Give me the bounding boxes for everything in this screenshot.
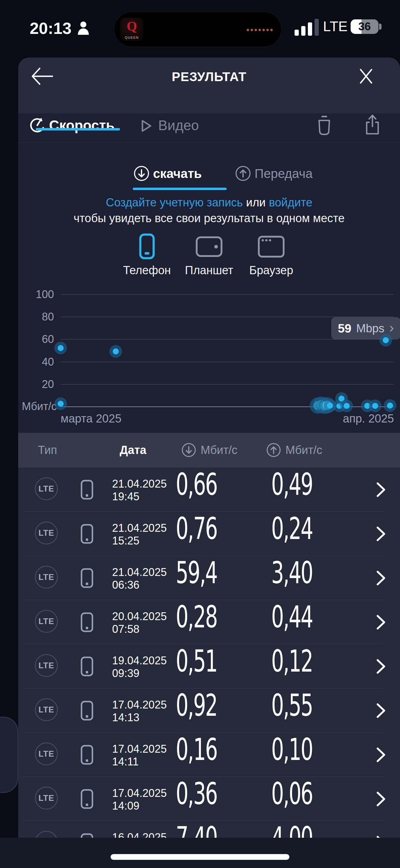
results-table-header: Тип Дата Мбит/с Мбит/с <box>18 433 400 468</box>
row-time: 14:11 <box>112 755 167 768</box>
results-table: LTE 21.04.2025 19:45 0,66 0,49 LTE 21.04… <box>18 468 400 865</box>
table-row[interactable]: LTE 21.04.2025 19:45 0,66 0,49 <box>18 468 400 512</box>
y-axis-tick-label: 40 <box>18 355 54 368</box>
result-point[interactable] <box>58 401 64 407</box>
upload-circle-icon <box>266 442 281 458</box>
network-type-badge: LTE <box>35 566 58 589</box>
row-upload-value: 0,06 <box>271 776 312 811</box>
speed-chart[interactable]: Мбит/с марта 2025 апр. 2025 59 Mbps › 20… <box>18 58 400 433</box>
y-axis-tick-label: 60 <box>18 333 54 346</box>
row-download-value: 0,76 <box>176 511 217 546</box>
row-date: 17.04.2025 <box>112 699 167 711</box>
result-point[interactable] <box>387 403 393 409</box>
album-art: Q QUEEN <box>120 18 143 41</box>
network-type-label: LTE <box>38 528 54 538</box>
battery-percent: 36 <box>351 19 378 34</box>
album-initial: Q <box>120 19 143 34</box>
network-type-label: LTE <box>38 661 54 670</box>
row-date: 20.04.2025 <box>112 610 167 623</box>
row-time: 15:25 <box>112 534 167 547</box>
screen: 20:13 Q QUEEN LTE 36 <box>0 0 400 868</box>
row-download-value: 0,16 <box>176 732 217 767</box>
chevron-right-icon <box>376 482 386 498</box>
y-axis-tick-label: 80 <box>18 311 54 323</box>
chart-gridline <box>61 294 394 295</box>
network-type-label: LTE <box>38 705 54 715</box>
chart-gridline <box>61 339 394 340</box>
row-date: 17.04.2025 <box>112 743 167 755</box>
chevron-right-icon <box>376 526 386 542</box>
y-axis-tick-label: 20 <box>18 378 54 391</box>
x-axis-start-label: марта 2025 <box>61 412 121 425</box>
row-time: 07:58 <box>112 623 167 636</box>
table-row[interactable]: LTE 20.04.2025 07:58 0,28 0,44 <box>18 600 400 644</box>
bottom-bar <box>0 838 400 868</box>
result-point[interactable] <box>344 403 350 409</box>
phone-icon <box>80 789 94 809</box>
chart-gridline <box>61 384 394 385</box>
phone-icon <box>80 568 94 588</box>
table-row[interactable]: LTE 17.04.2025 14:11 0,16 0,10 <box>18 733 400 777</box>
status-bar: 20:13 Q QUEEN LTE 36 <box>0 0 400 49</box>
network-type-badge: LTE <box>35 654 58 677</box>
network-type-badge: LTE <box>35 477 58 500</box>
row-upload-value: 0,49 <box>271 467 312 502</box>
x-axis-end-label: апр. 2025 <box>273 412 394 425</box>
phone-icon <box>80 701 94 721</box>
network-type-badge: LTE <box>35 786 58 810</box>
row-download-value: 0,51 <box>176 644 217 679</box>
phone-icon <box>80 480 94 500</box>
row-upload-value: 0,24 <box>271 511 312 546</box>
network-type-label: LTE <box>38 484 54 494</box>
network-type-label: LTE <box>38 617 54 626</box>
home-indicator[interactable] <box>111 854 289 860</box>
chart-gridline <box>61 362 394 362</box>
result-point[interactable] <box>58 345 64 351</box>
row-download-value: 0,28 <box>176 599 217 634</box>
row-upload-value: 0,55 <box>271 688 312 723</box>
row-date: 21.04.2025 <box>112 522 167 534</box>
y-axis-tick-label: 100 <box>18 288 54 301</box>
table-row[interactable]: LTE 17.04.2025 14:13 0,92 0,55 <box>18 688 400 733</box>
row-date: 21.04.2025 <box>112 477 167 490</box>
callout-value: 59 <box>338 322 351 335</box>
network-type-label: LTE <box>38 749 54 759</box>
y-axis-unit-label: Мбит/с <box>22 400 57 413</box>
phone-icon <box>80 656 94 676</box>
network-type-badge: LTE <box>35 698 58 721</box>
chevron-right-icon <box>376 614 386 630</box>
table-row[interactable]: LTE 21.04.2025 06:36 59,4 3,40 <box>18 556 400 600</box>
row-download-value: 0,92 <box>176 688 217 723</box>
network-tech-label: LTE <box>323 18 348 34</box>
battery-indicator: 36 <box>351 19 378 34</box>
table-row[interactable]: LTE 17.04.2025 14:09 0,36 0,06 <box>18 777 400 821</box>
network-type-badge: LTE <box>35 742 58 766</box>
table-row[interactable]: LTE 19.04.2025 09:39 0,51 0,12 <box>18 644 400 688</box>
row-time: 06:36 <box>112 579 167 591</box>
battery-nub <box>379 24 381 30</box>
focus-person-icon <box>77 21 90 35</box>
network-type-label: LTE <box>38 572 54 582</box>
chevron-right-icon <box>376 747 386 763</box>
row-upload-value: 0,44 <box>271 599 312 634</box>
dynamic-island[interactable]: Q QUEEN <box>114 11 282 47</box>
chevron-right-icon <box>376 658 386 675</box>
album-title: QUEEN <box>120 36 143 39</box>
table-row[interactable]: LTE 21.04.2025 15:25 0,76 0,24 <box>18 512 400 556</box>
col-upload: Мбит/с <box>285 444 322 457</box>
network-type-label: LTE <box>38 794 54 803</box>
row-date: 21.04.2025 <box>112 566 167 579</box>
result-point[interactable] <box>113 348 119 354</box>
row-date: 17.04.2025 <box>112 787 167 800</box>
row-time: 14:13 <box>112 711 167 724</box>
row-date: 19.04.2025 <box>112 654 167 667</box>
clock: 20:13 <box>30 19 72 37</box>
phone-icon <box>80 612 94 632</box>
row-download-value: 59,4 <box>176 555 217 590</box>
chevron-right-icon <box>376 570 386 586</box>
result-point[interactable] <box>383 337 389 343</box>
chevron-right-icon <box>376 791 386 807</box>
result-sheet: РЕЗУЛЬТАТ Скорость Видео <box>18 58 400 868</box>
row-time: 19:45 <box>112 490 167 503</box>
col-type: Тип <box>38 444 57 457</box>
